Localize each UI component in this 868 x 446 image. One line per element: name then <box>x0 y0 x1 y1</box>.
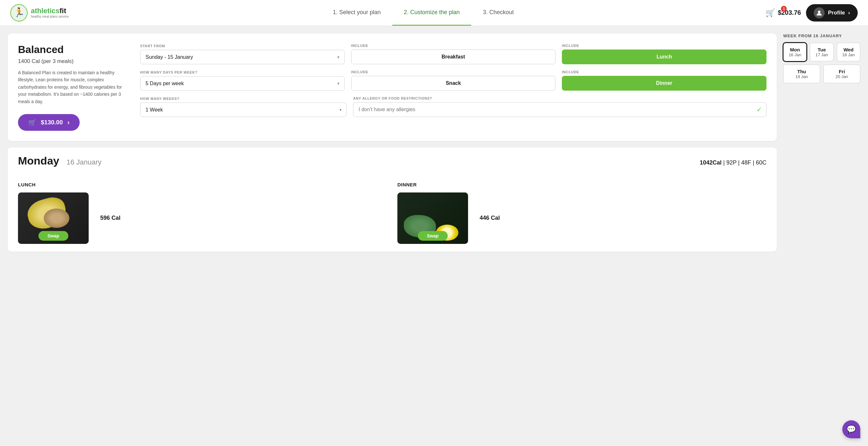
plan-card: Balanced 1400 Cal (per 3 meals) A Balanc… <box>8 33 777 141</box>
allergy-group: ANY ALLERGY OR FOOD RESTRICTIONS? ✓ <box>353 96 767 117</box>
nav-step-2[interactable]: 2. Customize the plan <box>392 0 471 26</box>
snack-button[interactable]: Snack <box>351 76 556 91</box>
include-snack-group: INCLUDE Snack <box>351 70 556 91</box>
start-from-label: START FROM <box>140 44 345 48</box>
dinner-label: DINNER <box>397 182 767 187</box>
week-day-mon[interactable]: Mon 16 Jan <box>783 43 807 61</box>
meals-section: LUNCH Swap 596 Cal DINNER <box>8 174 777 251</box>
week-day-name-fri: Fri <box>826 69 858 74</box>
day-name: Monday <box>18 154 59 167</box>
profile-avatar <box>814 7 825 18</box>
cart-area[interactable]: 1 🛒 $203.76 <box>766 8 801 17</box>
include-dinner-group: INCLUDE Dinner <box>562 70 767 91</box>
day-view: Monday 16 January 1042Cal | 92P | 48F | … <box>8 148 777 251</box>
logo-brand: athleticsfit <box>31 7 69 15</box>
week-calendar: WEEK FROM 16 JANUARY Mon 16 Jan Tue 17 J… <box>783 33 860 83</box>
arrow-icon: › <box>67 119 70 126</box>
logo-text: athleticsfit healthy meal plans service <box>31 7 69 18</box>
header-right: 1 🛒 $203.76 Profile › <box>766 4 858 22</box>
profile-button[interactable]: Profile › <box>806 4 858 22</box>
week-day-name-tue: Tue <box>813 47 830 52</box>
week-day-name-wed: Wed <box>840 47 858 52</box>
meals-row: LUNCH Swap 596 Cal DINNER <box>18 182 767 244</box>
lunch-item: Swap 596 Cal <box>18 192 387 244</box>
nav-step-3[interactable]: 3. Checkout <box>471 0 525 26</box>
include-label-2: INCLUDE <box>562 44 767 48</box>
macros-cal: 1042Cal <box>700 159 721 166</box>
plan-name: Balanced <box>18 44 127 56</box>
weeks-group: HOW MANY WEEKS? 1 Week <box>140 97 347 117</box>
week-day-thu[interactable]: Thu 19 Jan <box>783 65 820 83</box>
week-day-date-wed: 18 Jan <box>840 52 858 57</box>
weeks-select[interactable]: 1 Week <box>140 102 347 117</box>
week-days-grid-bottom: Thu 19 Jan Fri 20 Jan <box>783 65 860 83</box>
week-day-wed[interactable]: Wed 18 Jan <box>837 43 860 61</box>
week-day-name-thu: Thu <box>786 69 817 74</box>
chat-bubble[interactable]: 💬 <box>842 420 860 438</box>
plan-calories: 1400 Cal (per 3 meals) <box>18 58 127 65</box>
dinner-section: DINNER Swap 446 Cal <box>397 182 767 244</box>
profile-chevron-icon: › <box>848 10 850 16</box>
day-date: 16 January <box>66 158 101 166</box>
options-row-2: HOW MANY DAYS PER WEEK? 5 Days per week … <box>140 70 767 91</box>
dinner-item: Swap 446 Cal <box>397 192 767 244</box>
lunch-swap-button[interactable]: Swap <box>38 231 68 241</box>
lunch-section: LUNCH Swap 596 Cal <box>18 182 387 244</box>
nav-step-1[interactable]: 1. Select your plan <box>321 0 392 26</box>
lunch-image-wrapper: Swap <box>18 192 89 244</box>
chat-icon: 💬 <box>846 425 856 434</box>
weeks-label: HOW MANY WEEKS? <box>140 97 347 100</box>
cart-badge: 1 <box>781 6 787 11</box>
plan-info: Balanced 1400 Cal (per 3 meals) A Balanc… <box>18 44 127 131</box>
week-day-tue[interactable]: Tue 17 Jan <box>810 43 833 61</box>
left-column: Balanced 1400 Cal (per 3 meals) A Balanc… <box>8 33 777 251</box>
include-lunch-group: INCLUDE Lunch <box>562 44 767 64</box>
lunch-button[interactable]: Lunch <box>562 50 767 64</box>
allergy-label: ANY ALLERGY OR FOOD RESTRICTIONS? <box>353 96 767 100</box>
logo: 🏃 athleticsfit healthy meal plans servic… <box>10 4 81 22</box>
svg-point-2 <box>818 10 820 13</box>
breakfast-button[interactable]: Breakfast <box>351 50 556 64</box>
dinner-image-wrapper: Swap <box>397 192 468 244</box>
week-day-date-mon: 16 Jan <box>786 52 804 57</box>
day-info: Monday 16 January <box>18 154 101 167</box>
cart-icon: 🛒 <box>766 8 775 17</box>
days-per-week-label: HOW MANY DAYS PER WEEK? <box>140 70 345 74</box>
start-from-select[interactable]: Sunday - 15 January <box>140 50 345 64</box>
plan-price-button[interactable]: 🛒 $130.00 › <box>18 114 80 131</box>
week-title: WEEK FROM 16 JANUARY <box>783 33 860 38</box>
plan-description: A Balanced Plan is created to maintain a… <box>18 69 127 105</box>
logo-subtitle: healthy meal plans service <box>31 15 69 18</box>
days-per-week-select-wrapper[interactable]: 5 Days per week <box>140 76 345 91</box>
options-row-1: START FROM Sunday - 15 January INCLUDE B… <box>140 44 767 64</box>
plan-price: $130.00 <box>41 119 63 126</box>
dinner-calories: 446 Cal <box>473 215 506 221</box>
weeks-select-wrapper[interactable]: 1 Week <box>140 102 347 117</box>
week-day-date-thu: 19 Jan <box>786 74 817 79</box>
include-label-1: INCLUDE <box>351 44 556 48</box>
dinner-swap-button[interactable]: Swap <box>418 231 448 241</box>
week-days-grid-top: Mon 16 Jan Tue 17 Jan Wed 18 Jan <box>783 43 860 61</box>
days-per-week-group: HOW MANY DAYS PER WEEK? 5 Days per week <box>140 70 345 91</box>
start-from-select-wrapper[interactable]: Sunday - 15 January <box>140 50 345 64</box>
include-breakfast-group: INCLUDE Breakfast <box>351 44 556 64</box>
week-day-date-tue: 17 Jan <box>813 52 830 57</box>
dinner-button[interactable]: Dinner <box>562 76 767 91</box>
allergy-input[interactable] <box>353 102 767 117</box>
days-per-week-select[interactable]: 5 Days per week <box>140 76 345 91</box>
week-day-date-fri: 20 Jan <box>826 74 858 79</box>
include-label-3: INCLUDE <box>351 70 556 74</box>
cart-icon-btn: 🛒 <box>28 119 36 126</box>
day-header-bar: Monday 16 January 1042Cal | 92P | 48F | … <box>8 148 777 174</box>
header: 🏃 athleticsfit healthy meal plans servic… <box>0 0 868 26</box>
week-day-name-mon: Mon <box>786 47 804 52</box>
start-from-group: START FROM Sunday - 15 January <box>140 44 345 64</box>
nav-steps: 1. Select your plan 2. Customize the pla… <box>81 0 766 26</box>
logo-icon: 🏃 <box>10 4 28 22</box>
main-content: Balanced 1400 Cal (per 3 meals) A Balanc… <box>0 26 868 259</box>
include-label-4: INCLUDE <box>562 70 767 74</box>
profile-label: Profile <box>828 10 845 16</box>
week-day-fri[interactable]: Fri 20 Jan <box>823 65 860 83</box>
options-row-3: HOW MANY WEEKS? 1 Week ANY ALLERGY OR FO… <box>140 96 767 117</box>
right-sidebar: WEEK FROM 16 JANUARY Mon 16 Jan Tue 17 J… <box>777 33 860 251</box>
